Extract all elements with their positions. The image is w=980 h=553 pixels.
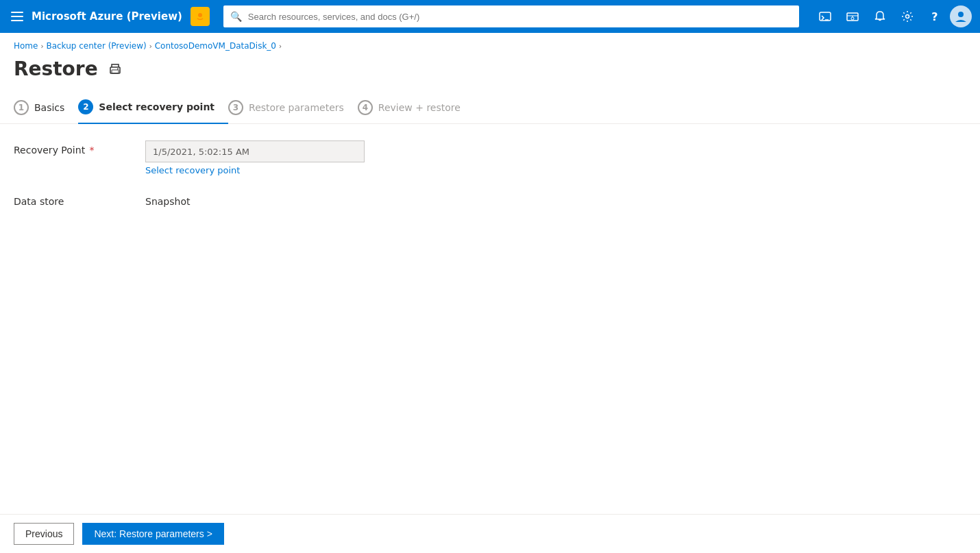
wizard-step-3[interactable]: 3 Restore parameters xyxy=(228,92,358,123)
search-input[interactable] xyxy=(223,5,799,27)
settings-icon[interactable] xyxy=(895,4,920,29)
main-content: Recovery Point * 1/5/2021, 5:02:15 AM Se… xyxy=(0,124,980,514)
step-3-label: Restore parameters xyxy=(249,102,344,113)
bottom-bar: Previous Next: Restore parameters > xyxy=(0,514,980,553)
page-header: Restore xyxy=(0,55,980,91)
cloud-shell-icon[interactable] xyxy=(813,4,837,29)
recovery-point-field-group: 1/5/2021, 5:02:15 AM Select recovery poi… xyxy=(145,140,365,175)
svg-rect-5 xyxy=(820,12,831,21)
recovery-point-row: Recovery Point * 1/5/2021, 5:02:15 AM Se… xyxy=(14,140,966,175)
recovery-point-label: Recovery Point * xyxy=(14,140,137,156)
data-store-label: Data store xyxy=(14,192,137,207)
wizard-step-4[interactable]: 4 Review + restore xyxy=(358,92,474,123)
next-button[interactable]: Next: Restore parameters > xyxy=(82,523,223,545)
svg-point-8 xyxy=(851,17,854,20)
breadcrumb-sep-3: › xyxy=(279,42,282,50)
breadcrumb-disk[interactable]: ContosoDemoVM_DataDisk_0 xyxy=(155,41,276,51)
topbar-icons: ? xyxy=(813,4,972,29)
previous-button[interactable]: Previous xyxy=(14,523,74,545)
svg-rect-1 xyxy=(11,16,23,17)
step-4-label: Review + restore xyxy=(378,102,461,113)
breadcrumb-sep-2: › xyxy=(149,42,152,50)
svg-point-11 xyxy=(958,12,964,17)
step-2-label: Select recovery point xyxy=(99,101,215,112)
wizard-steps: 1 Basics 2 Select recovery point 3 Resto… xyxy=(0,91,980,124)
breadcrumb-backup-center[interactable]: Backup center (Preview) xyxy=(46,41,146,51)
search-bar[interactable]: 🔍 xyxy=(223,5,799,27)
svg-point-10 xyxy=(906,15,909,19)
app-title: Microsoft Azure (Preview) xyxy=(32,10,182,23)
search-icon: 🔍 xyxy=(230,11,242,22)
topbar: Microsoft Azure (Preview) 🔍 xyxy=(0,0,980,33)
step-2-num: 2 xyxy=(78,99,93,114)
svg-rect-2 xyxy=(11,20,23,21)
data-store-value: Snapshot xyxy=(145,192,190,207)
avatar[interactable] xyxy=(950,5,972,27)
page-title: Restore xyxy=(14,58,98,80)
azure-badge xyxy=(191,7,210,26)
svg-point-4 xyxy=(198,13,202,17)
required-star: * xyxy=(86,145,94,156)
wizard-step-1[interactable]: 1 Basics xyxy=(14,92,78,123)
svg-rect-0 xyxy=(11,12,23,13)
wizard-step-2[interactable]: 2 Select recovery point xyxy=(78,91,228,124)
breadcrumb: Home › Backup center (Preview) › Contoso… xyxy=(0,33,980,55)
data-store-row: Data store Snapshot xyxy=(14,192,966,207)
directory-icon[interactable] xyxy=(840,4,865,29)
step-1-label: Basics xyxy=(34,102,64,113)
notification-icon[interactable] xyxy=(868,4,892,29)
step-4-num: 4 xyxy=(358,100,373,115)
recovery-point-input[interactable]: 1/5/2021, 5:02:15 AM xyxy=(145,140,365,162)
svg-point-14 xyxy=(117,68,119,69)
help-icon[interactable]: ? xyxy=(922,4,947,29)
breadcrumb-home[interactable]: Home xyxy=(14,41,38,51)
hamburger-menu[interactable] xyxy=(8,9,26,24)
step-1-num: 1 xyxy=(14,100,29,115)
print-button[interactable] xyxy=(106,60,124,78)
step-3-num: 3 xyxy=(228,100,243,115)
select-recovery-link[interactable]: Select recovery point xyxy=(145,165,365,175)
breadcrumb-sep-1: › xyxy=(40,42,43,50)
